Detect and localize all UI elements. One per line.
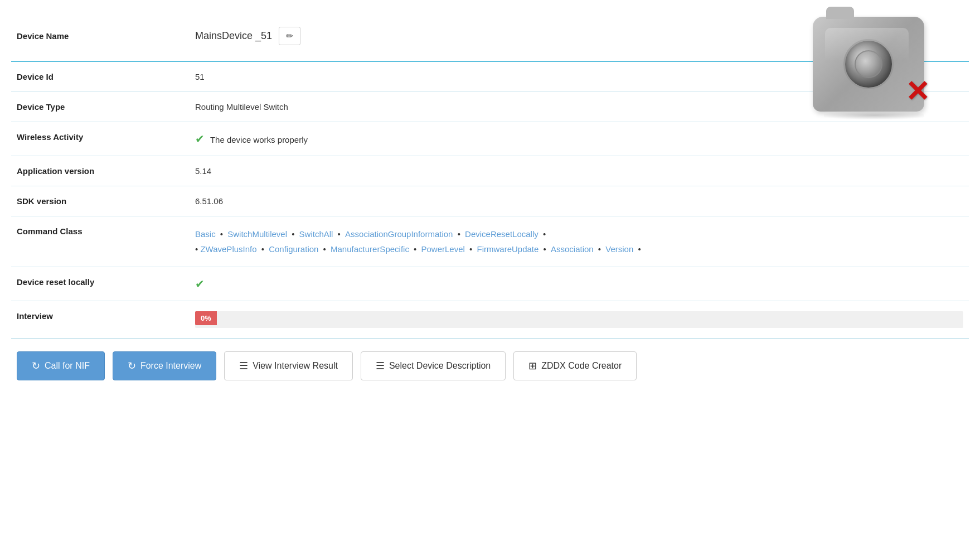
interview-progress-bar: 0% (195, 311, 963, 328)
cc-separator: • (411, 244, 419, 254)
select-device-description-button[interactable]: ☰ Select Device Description (361, 351, 506, 380)
device-info-panel: ✕ Device Name MainsDevice _51 ✏ Device I… (11, 11, 969, 339)
command-class-link[interactable]: Basic (195, 229, 216, 239)
camera-lens-outer (843, 39, 894, 89)
device-reset-value: ✔ (190, 267, 969, 301)
command-class-row: Command Class Basic • SwitchMultilevel •… (11, 216, 969, 267)
command-class-value: Basic • SwitchMultilevel • SwitchAll • A… (190, 216, 969, 267)
zddx-code-creator-label: ZDDX Code Creator (541, 361, 622, 371)
camera-shadow (824, 112, 924, 119)
call-for-nif-label: Call for NIF (45, 361, 90, 371)
force-interview-icon: ↻ (128, 360, 136, 372)
edit-device-name-button[interactable]: ✏ (279, 27, 300, 45)
command-class-link[interactable]: ZWavePlusInfo (200, 244, 256, 254)
command-class-links-container: Basic • SwitchMultilevel • SwitchAll • A… (195, 229, 643, 254)
view-interview-result-label: View Interview Result (253, 361, 338, 371)
wireless-activity-text: The device works properly (210, 135, 308, 144)
sdk-version-label: SDK version (11, 186, 190, 216)
interview-value: 0% (190, 301, 969, 338)
cc-separator: • (289, 229, 297, 239)
cc-separator: • (467, 244, 475, 254)
cc-separator: • (335, 229, 343, 239)
command-class-link[interactable]: AssociationGroupInformation (345, 229, 453, 239)
view-interview-result-button[interactable]: ☰ View Interview Result (224, 351, 353, 380)
device-type-label: Device Type (11, 92, 190, 122)
cc-separator: • (541, 229, 546, 239)
command-class-link[interactable]: Association (551, 244, 594, 254)
call-nif-icon: ↻ (32, 360, 40, 372)
app-version-value: 5.14 (190, 156, 969, 186)
command-class-label: Command Class (11, 216, 190, 246)
force-interview-label: Force Interview (140, 361, 201, 371)
command-class-link[interactable]: Configuration (269, 244, 318, 254)
cc-separator: • (259, 244, 267, 254)
force-interview-button[interactable]: ↻ Force Interview (113, 351, 216, 380)
cc-separator: • (596, 244, 604, 254)
sdk-version-value: 6.51.06 (190, 186, 969, 216)
command-class-link[interactable]: SwitchMultilevel (227, 229, 287, 239)
device-image: ✕ (813, 17, 935, 134)
interview-row: Interview 0% (11, 301, 969, 339)
sdk-version-row: SDK version 6.51.06 (11, 186, 969, 216)
device-name-label: Device Name (11, 21, 190, 51)
camera-body: ✕ (813, 17, 924, 112)
view-interview-icon: ☰ (239, 360, 248, 372)
wireless-activity-label: Wireless Activity (11, 122, 190, 152)
zddx-code-creator-button[interactable]: ⊞ ZDDX Code Creator (513, 351, 637, 380)
device-reset-check-icon: ✔ (195, 278, 205, 290)
device-reset-row: Device reset locally ✔ (11, 267, 969, 301)
command-class-link[interactable]: FirmwareUpdate (477, 244, 538, 254)
app-version-row: Application version 5.14 (11, 156, 969, 186)
main-container: ✕ Device Name MainsDevice _51 ✏ Device I… (0, 0, 980, 560)
edit-icon: ✏ (286, 31, 293, 41)
cc-separator: • (321, 244, 328, 254)
device-reset-label: Device reset locally (11, 267, 190, 297)
camera-bump (826, 7, 854, 19)
select-device-icon: ☰ (376, 360, 385, 372)
command-class-link[interactable]: Version (605, 244, 633, 254)
interview-percent-badge: 0% (195, 311, 217, 325)
no-image-icon: ✕ (905, 77, 930, 106)
command-class-link[interactable]: SwitchAll (299, 229, 333, 239)
select-device-desc-label: Select Device Description (389, 361, 491, 371)
interview-label: Interview (11, 301, 190, 331)
command-class-link[interactable]: ManufacturerSpecific (331, 244, 409, 254)
call-for-nif-button[interactable]: ↻ Call for NIF (17, 351, 105, 380)
footer-buttons: ↻ Call for NIF ↻ Force Interview ☰ View … (11, 339, 969, 393)
wireless-check-icon: ✔ (195, 133, 205, 145)
device-id-label: Device Id (11, 62, 190, 91)
camera-lens-inner (855, 50, 882, 78)
app-version-label: Application version (11, 156, 190, 186)
command-class-link[interactable]: PowerLevel (421, 244, 465, 254)
cc-separator: • (455, 229, 463, 239)
device-name-text: MainsDevice _51 (195, 30, 272, 42)
cc-separator: • (218, 229, 226, 239)
zddx-icon: ⊞ (528, 360, 537, 372)
cc-separator: • (541, 244, 549, 254)
command-class-link[interactable]: DeviceResetLocally (465, 229, 538, 239)
